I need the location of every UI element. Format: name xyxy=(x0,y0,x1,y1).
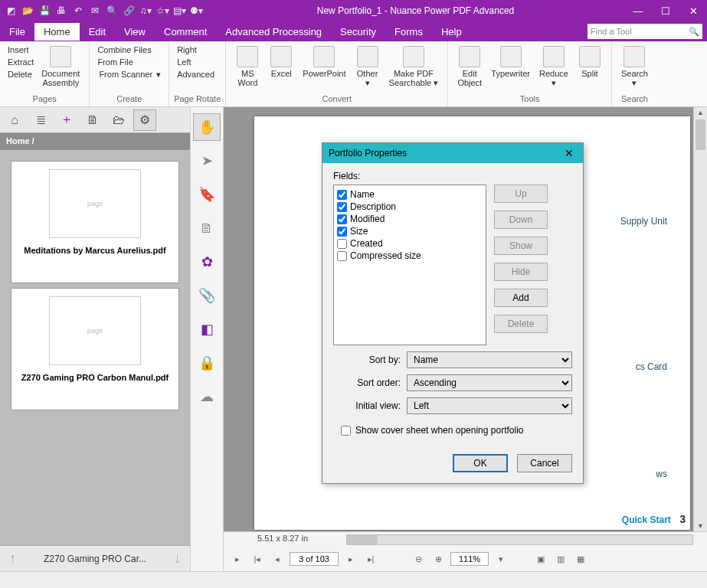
zoom-out-icon[interactable]: ⊖ xyxy=(411,551,426,567)
scrollbar-thumb[interactable] xyxy=(696,119,705,150)
from-file-button[interactable]: From File xyxy=(96,57,162,67)
view-mode-icon[interactable]: ▣ xyxy=(533,551,548,567)
horizontal-scrollbar[interactable] xyxy=(346,534,693,545)
up-button[interactable]: Up xyxy=(494,185,548,203)
bookmark-icon[interactable]: 🔖 xyxy=(193,181,221,208)
down-button[interactable]: Down xyxy=(494,211,548,229)
breadcrumb[interactable]: Home / xyxy=(0,133,190,150)
insert-button[interactable]: Insert xyxy=(6,44,35,55)
rotate-advanced-button[interactable]: Advanced xyxy=(175,69,216,80)
view-mode-icon[interactable]: ▥ xyxy=(553,551,568,567)
quick-start-link[interactable]: Quick Start 3 xyxy=(622,513,686,525)
star-icon[interactable]: ☆▾ xyxy=(156,5,169,17)
tab-help[interactable]: Help xyxy=(432,23,471,41)
select-tool-icon[interactable]: ➤ xyxy=(193,147,221,175)
find-tool-input[interactable]: Find a Tool 🔍 xyxy=(588,24,702,39)
lock-icon[interactable]: 🔒 xyxy=(193,349,221,377)
page-number-input[interactable] xyxy=(290,552,339,566)
convert-ppt-button[interactable]: PowerPoint xyxy=(298,43,350,80)
panel-bottom-nav: ↑ Z270 Gaming PRO Car... ↓ xyxy=(0,545,190,571)
document-assembly-button[interactable]: Document Assembly xyxy=(37,43,84,89)
link-icon[interactable]: 🔗 xyxy=(123,5,135,17)
prev-arrow-icon[interactable]: ↑ xyxy=(6,550,19,567)
typewriter-button[interactable]: Typewriter xyxy=(486,43,535,80)
save-icon[interactable]: 💾 xyxy=(38,5,51,17)
print-icon[interactable]: 🖶 xyxy=(55,5,67,17)
last-page-icon[interactable]: ▸| xyxy=(363,551,378,567)
zoom-dropdown-icon[interactable]: ▾ xyxy=(493,551,509,567)
dialog-close-button[interactable]: ✕ xyxy=(561,147,577,159)
scroll-up-icon[interactable]: ▲ xyxy=(694,109,707,116)
tab-edit[interactable]: Edit xyxy=(80,23,115,41)
search-icon[interactable]: 🔍 xyxy=(106,5,118,17)
scroll-down-icon[interactable]: ▼ xyxy=(694,522,707,530)
convert-word-button[interactable]: MS Word xyxy=(231,43,264,89)
scrollbar-thumb[interactable] xyxy=(347,535,378,544)
make-searchable-button[interactable]: Make PDF Searchable ▾ xyxy=(385,43,444,89)
sortby-select[interactable]: Name xyxy=(407,351,572,368)
sortorder-select[interactable]: Ascending xyxy=(407,374,572,391)
form-icon[interactable]: ◧ xyxy=(193,315,221,343)
next-page-icon[interactable]: ▸ xyxy=(343,551,358,567)
home-icon[interactable]: ⌂ xyxy=(3,109,26,131)
ok-button[interactable]: OK xyxy=(453,454,508,472)
mail-icon[interactable]: ✉ xyxy=(89,5,101,17)
reduce-button[interactable]: Reduce▾ xyxy=(535,43,573,89)
show-button[interactable]: Show xyxy=(494,237,548,255)
list-icon[interactable]: ≣ xyxy=(29,109,52,131)
stamp-icon[interactable]: ✿ xyxy=(193,248,221,276)
open-icon[interactable]: 📂 xyxy=(21,5,34,17)
folder-icon[interactable]: 🗁 xyxy=(107,109,130,131)
delete-button[interactable]: Delete xyxy=(494,315,548,333)
rotate-right-button[interactable]: Right xyxy=(175,44,216,55)
first-page-icon[interactable]: |◂ xyxy=(250,551,265,567)
person-icon[interactable]: ⚉▾ xyxy=(190,5,202,17)
close-button[interactable]: ✕ xyxy=(679,0,707,21)
zoom-in-icon[interactable]: ⊕ xyxy=(430,551,446,567)
tab-comment[interactable]: Comment xyxy=(155,23,216,41)
vertical-scrollbar[interactable]: ▲ ▼ xyxy=(693,107,707,531)
extract-button[interactable]: Extract xyxy=(6,57,35,67)
collapse-icon[interactable]: ▸ xyxy=(230,551,245,567)
convert-excel-button[interactable]: Excel xyxy=(264,43,298,80)
pages-icon[interactable]: 🗎 xyxy=(193,214,221,242)
tab-security[interactable]: Security xyxy=(331,23,385,41)
gear-icon[interactable]: ⚙ xyxy=(133,109,156,131)
add-icon[interactable]: ＋ xyxy=(55,109,78,131)
tab-forms[interactable]: Forms xyxy=(385,23,432,41)
prev-page-icon[interactable]: ◂ xyxy=(270,551,285,567)
rotate-left-button[interactable]: Left xyxy=(175,57,216,67)
minimize-button[interactable]: — xyxy=(624,0,652,21)
delete-button[interactable]: Delete xyxy=(6,69,35,80)
stack-icon[interactable]: ▤▾ xyxy=(173,5,185,17)
convert-other-button[interactable]: Other▾ xyxy=(351,43,385,89)
next-arrow-icon[interactable]: ↓ xyxy=(171,550,184,567)
zoom-input[interactable] xyxy=(450,552,489,566)
maximize-button[interactable]: ☐ xyxy=(652,0,679,21)
music-icon[interactable]: ♫▾ xyxy=(139,5,152,17)
cloud-icon[interactable]: ☁ xyxy=(193,383,221,410)
combine-files-button[interactable]: Combine Files xyxy=(96,44,162,55)
portfolio-item[interactable]: page Z270 Gaming PRO Carbon Manul.pdf xyxy=(11,288,179,410)
portfolio-item[interactable]: page Meditations by Marcus Aurelius.pdf xyxy=(11,161,179,283)
fields-listbox[interactable]: Name Description Modified Size Created C… xyxy=(333,185,486,345)
undo-icon[interactable]: ↶ xyxy=(72,5,84,17)
hide-button[interactable]: Hide xyxy=(494,263,548,281)
search-button[interactable]: Search▾ xyxy=(617,43,653,89)
hand-tool-icon[interactable]: ✋ xyxy=(193,113,221,141)
from-scanner-button[interactable]: From Scanner ▾ xyxy=(96,69,162,80)
tab-view[interactable]: View xyxy=(115,23,155,41)
view-mode-icon[interactable]: ▦ xyxy=(573,551,588,567)
document-icon[interactable]: 🗎 xyxy=(81,109,104,131)
edit-object-button[interactable]: Edit Object xyxy=(453,43,486,89)
initialview-select[interactable]: Left xyxy=(407,397,572,414)
cancel-button[interactable]: Cancel xyxy=(517,454,572,472)
tab-file[interactable]: File xyxy=(0,23,34,41)
add-button[interactable]: Add xyxy=(494,289,548,307)
tab-home[interactable]: Home xyxy=(34,23,80,41)
tab-advanced[interactable]: Advanced Processing xyxy=(216,23,331,41)
dialog-title-bar[interactable]: Portfolio Properties ✕ xyxy=(322,143,583,163)
attachment-icon[interactable]: 📎 xyxy=(193,282,221,309)
cover-sheet-checkbox[interactable]: Show cover sheet when opening portfolio xyxy=(341,425,572,436)
split-button[interactable]: Split xyxy=(573,43,607,80)
